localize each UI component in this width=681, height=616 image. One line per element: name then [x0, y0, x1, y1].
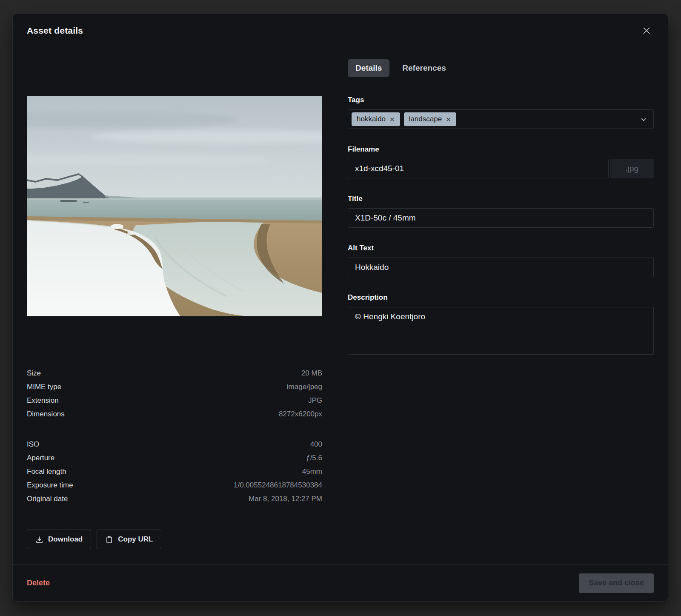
- file-metadata-list: Size 20 MB MIME type image/jpeg Extensio…: [27, 367, 322, 421]
- meta-label: Exposure time: [27, 478, 73, 492]
- alt-text-field: Alt Text: [348, 244, 654, 277]
- meta-label: MIME type: [27, 380, 61, 394]
- asset-form-column: Details References Tags hokkaido ✕ lands…: [348, 47, 654, 564]
- dialog-footer: Delete Save and close: [13, 564, 668, 601]
- meta-row-iso: ISO 400: [27, 438, 322, 451]
- meta-label: Extension: [27, 394, 59, 407]
- download-button[interactable]: Download: [27, 530, 91, 549]
- meta-value: 20 MB: [301, 367, 322, 380]
- alt-text-label: Alt Text: [348, 244, 654, 252]
- dialog-header: Asset details: [13, 14, 668, 47]
- description-input[interactable]: © Hengki Koentjoro: [348, 307, 654, 355]
- tab-details[interactable]: Details: [348, 59, 389, 77]
- tag-chip-label: landscape: [409, 115, 442, 123]
- tag-chip-hokkaido[interactable]: hokkaido ✕: [352, 112, 400, 126]
- save-and-close-button[interactable]: Save and close: [579, 573, 654, 593]
- tag-chip-label: hokkaido: [357, 115, 386, 123]
- asset-actions: Download Copy URL: [27, 530, 322, 549]
- detail-tabs: Details References: [348, 59, 654, 77]
- close-icon: [642, 26, 651, 35]
- metadata-divider: [27, 428, 322, 428]
- meta-value: 8272x6200px: [279, 407, 322, 421]
- filename-extension: .jpg: [610, 159, 654, 178]
- exif-metadata-list: ISO 400 Aperture ƒ/5.6 Focal length 45mm…: [27, 438, 322, 506]
- meta-value: image/jpeg: [287, 380, 322, 394]
- alt-text-input[interactable]: [348, 258, 654, 277]
- meta-value: ƒ/5.6: [306, 451, 322, 465]
- copy-url-label: Copy URL: [118, 535, 153, 544]
- asset-summary-column: Size 20 MB MIME type image/jpeg Extensio…: [27, 47, 322, 564]
- meta-value: JPG: [308, 394, 322, 407]
- description-label: Description: [348, 293, 654, 302]
- meta-label: Original date: [27, 492, 68, 506]
- meta-row-exposure-time: Exposure time 1/0.0055248618784530384: [27, 478, 322, 492]
- tab-references[interactable]: References: [395, 59, 453, 77]
- meta-row-aperture: Aperture ƒ/5.6: [27, 451, 322, 465]
- meta-label: Dimensions: [27, 407, 65, 421]
- chevron-down-icon[interactable]: [640, 116, 647, 125]
- download-label: Download: [48, 535, 83, 544]
- asset-details-dialog: Asset details: [12, 14, 668, 602]
- filename-label: Filename: [348, 145, 654, 154]
- meta-row-original-date: Original date Mar 8, 2018, 12:27 PM: [27, 492, 322, 506]
- meta-label: ISO: [27, 438, 39, 451]
- clipboard-icon: [105, 536, 113, 544]
- dialog-body: Size 20 MB MIME type image/jpeg Extensio…: [13, 47, 668, 564]
- download-icon: [35, 536, 43, 544]
- tags-label: Tags: [348, 96, 654, 104]
- tags-input[interactable]: hokkaido ✕ landscape ✕: [348, 109, 654, 129]
- asset-preview-image: [27, 96, 322, 316]
- remove-tag-icon[interactable]: ✕: [446, 116, 451, 123]
- meta-value: Mar 8, 2018, 12:27 PM: [249, 492, 322, 506]
- close-button[interactable]: [639, 23, 654, 38]
- delete-button[interactable]: Delete: [27, 579, 50, 587]
- description-field: Description © Hengki Koentjoro: [348, 293, 654, 356]
- tags-field: Tags hokkaido ✕ landscape ✕: [348, 96, 654, 129]
- meta-label: Focal length: [27, 465, 66, 478]
- title-field: Title: [348, 195, 654, 228]
- filename-field: Filename .jpg: [348, 145, 654, 178]
- title-label: Title: [348, 195, 654, 203]
- copy-url-button[interactable]: Copy URL: [97, 530, 161, 549]
- hokkaido-beach-photo: [27, 96, 322, 316]
- dialog-title: Asset details: [27, 26, 83, 36]
- remove-tag-icon[interactable]: ✕: [389, 116, 395, 123]
- meta-row-mime-type: MIME type image/jpeg: [27, 380, 322, 394]
- meta-label: Aperture: [27, 451, 54, 465]
- meta-label: Size: [27, 367, 41, 380]
- filename-input[interactable]: [348, 159, 609, 178]
- meta-row-focal-length: Focal length 45mm: [27, 465, 322, 478]
- meta-value: 1/0.0055248618784530384: [234, 478, 322, 492]
- tag-chip-landscape[interactable]: landscape ✕: [404, 112, 456, 126]
- meta-value: 45mm: [302, 465, 322, 478]
- title-input[interactable]: [348, 208, 654, 228]
- meta-row-dimensions: Dimensions 8272x6200px: [27, 407, 322, 421]
- meta-row-extension: Extension JPG: [27, 394, 322, 407]
- meta-row-size: Size 20 MB: [27, 367, 322, 380]
- meta-value: 400: [310, 438, 322, 451]
